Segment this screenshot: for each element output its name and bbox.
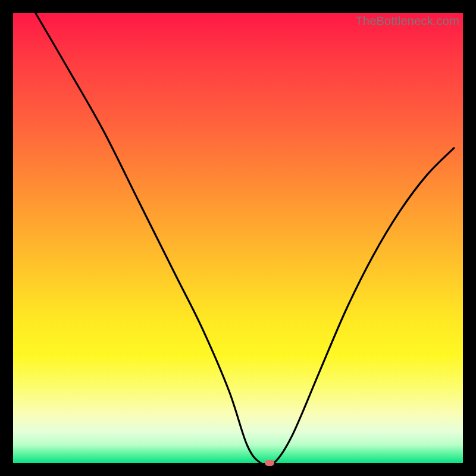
plot-area: TheBottleneck.com (13, 13, 463, 463)
chart-frame: TheBottleneck.com (0, 0, 476, 476)
optimal-marker (265, 460, 274, 466)
bottleneck-curve (13, 13, 463, 463)
